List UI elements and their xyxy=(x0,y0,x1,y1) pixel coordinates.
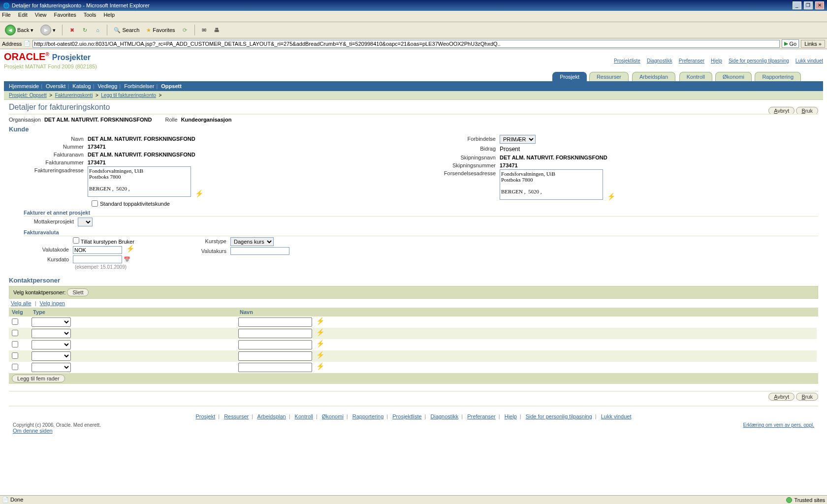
home-icon[interactable]: ⌂ xyxy=(93,25,102,35)
back-button[interactable]: ◄Back ▾ xyxy=(3,24,35,36)
fl-arbeidsplan[interactable]: Arbeidsplan xyxy=(257,413,286,419)
apply-button-bottom[interactable]: Bruk xyxy=(796,393,818,401)
maximize-button[interactable]: ❐ xyxy=(804,1,813,9)
fl-diagnostikk[interactable]: Diagnostikk xyxy=(431,413,459,419)
fl-okonomi[interactable]: Økonomi xyxy=(322,413,344,419)
row-checkbox[interactable] xyxy=(12,352,18,359)
bc-oppsett[interactable]: Prosjekt: Oppsett xyxy=(9,93,47,98)
dato-input[interactable] xyxy=(73,255,122,263)
address-input[interactable] xyxy=(32,40,780,48)
menu-view[interactable]: View xyxy=(35,12,47,18)
links-pane[interactable]: Links » xyxy=(801,40,825,48)
subnav-forbindelser[interactable]: Forbindelser xyxy=(124,83,154,89)
stop-icon[interactable]: ✖ xyxy=(67,25,77,35)
lov-icon[interactable] xyxy=(316,352,325,361)
row-navn-input[interactable] xyxy=(238,340,312,349)
menu-favorites[interactable]: Favorites xyxy=(54,12,76,18)
subnav: Hjemmeside| Oversikt| Katalog| Vedlegg| … xyxy=(4,81,823,91)
kurstype-select[interactable]: Dagens kurs xyxy=(230,237,274,246)
row-navn-input[interactable] xyxy=(238,363,312,372)
cancel-button-bottom[interactable]: Avbryt xyxy=(768,393,795,401)
search-button[interactable]: 🔍 Search xyxy=(112,26,141,34)
om-siden-link[interactable]: Om denne siden xyxy=(13,428,53,434)
subnav-oppsett[interactable]: Oppsett xyxy=(161,83,182,89)
tab-arbeidsplan[interactable]: Arbeidsplan xyxy=(632,72,675,81)
std-checkbox[interactable] xyxy=(92,200,98,207)
row-checkbox[interactable] xyxy=(12,364,18,370)
row-type-select[interactable] xyxy=(32,363,71,372)
link-personlig[interactable]: Side for personlig tilpasning xyxy=(729,58,789,63)
fl-rapportering[interactable]: Rapportering xyxy=(352,413,384,419)
refresh-icon[interactable]: ↻ xyxy=(80,25,90,35)
tab-prosjekt[interactable]: Prosjekt xyxy=(552,72,587,81)
row-type-select[interactable] xyxy=(32,351,71,361)
link-preferanser[interactable]: Preferanser xyxy=(679,58,704,63)
favorites-button[interactable]: ★ Favorites xyxy=(144,26,177,34)
subnav-oversikt[interactable]: Oversikt xyxy=(46,83,65,89)
subnav-katalog[interactable]: Katalog xyxy=(72,83,91,89)
calendar-icon[interactable]: 📅 xyxy=(124,256,130,262)
lov-icon[interactable] xyxy=(195,190,204,199)
lov-icon[interactable] xyxy=(316,363,325,372)
tillat-checkbox[interactable] xyxy=(73,237,79,244)
lov-icon[interactable] xyxy=(126,246,135,254)
row-checkbox[interactable] xyxy=(12,330,18,336)
row-navn-input[interactable] xyxy=(238,329,312,338)
mottaker-select[interactable] xyxy=(78,218,93,226)
lov-icon[interactable] xyxy=(607,193,616,202)
fl-lukk[interactable]: Lukk vinduet xyxy=(601,413,632,419)
row-navn-input[interactable] xyxy=(238,351,312,361)
forward-button[interactable]: ► ▾ xyxy=(38,24,58,36)
fl-preferanser[interactable]: Preferanser xyxy=(467,413,495,419)
lov-icon[interactable] xyxy=(316,329,325,338)
fl-ressurser[interactable]: Ressurser xyxy=(224,413,249,419)
menu-tools[interactable]: Tools xyxy=(84,12,96,18)
menu-edit[interactable]: Edit xyxy=(18,12,28,18)
valutakurs-input[interactable] xyxy=(230,247,289,255)
ie-addressbar: Address 📄 ▶ Go Links » xyxy=(0,38,827,49)
row-type-select[interactable] xyxy=(32,340,71,349)
row-type-select[interactable] xyxy=(32,317,71,327)
minimize-button[interactable]: _ xyxy=(793,1,801,9)
tab-okonomi[interactable]: Økonomi xyxy=(715,72,752,81)
kode-input[interactable] xyxy=(73,246,122,254)
close-button[interactable]: ✕ xyxy=(815,1,824,9)
link-hjelp[interactable]: Hjelp xyxy=(711,58,722,63)
forsadr-textarea[interactable] xyxy=(500,169,603,200)
fadresse-textarea[interactable] xyxy=(88,166,191,197)
row-checkbox[interactable] xyxy=(12,341,18,347)
bc-faktureringskonti[interactable]: Faktureringskonti xyxy=(55,93,93,98)
fl-personlig[interactable]: Side for personlig tilpasning xyxy=(526,413,592,419)
lov-icon[interactable] xyxy=(316,318,325,327)
link-prosjektliste[interactable]: Prosjektliste xyxy=(614,58,640,63)
row-type-select[interactable] xyxy=(32,329,71,338)
fl-prosjektliste[interactable]: Prosjektliste xyxy=(392,413,421,419)
lov-icon[interactable] xyxy=(316,341,325,349)
menu-help[interactable]: Help xyxy=(103,12,115,18)
link-lukk[interactable]: Lukk vinduet xyxy=(795,58,823,63)
tab-rapportering[interactable]: Rapportering xyxy=(755,72,801,81)
legg-til-button[interactable]: Legg til fem rader xyxy=(12,375,65,382)
fl-prosjekt[interactable]: Prosjekt xyxy=(195,413,215,419)
forbindelse-select[interactable]: PRIMÆR xyxy=(500,135,536,144)
erklaering-link[interactable]: Erklæring om vern av pers. oppl. xyxy=(743,422,814,428)
print-icon[interactable]: 🖶 xyxy=(212,25,222,35)
row-navn-input[interactable] xyxy=(238,317,312,327)
slett-button[interactable]: Slett xyxy=(67,288,89,296)
link-diagnostikk[interactable]: Diagnostikk xyxy=(647,58,672,63)
velg-alle-link[interactable]: Velg alle xyxy=(11,300,32,306)
go-button[interactable]: ▶ Go xyxy=(782,39,799,48)
subnav-vedlegg[interactable]: Vedlegg xyxy=(98,83,118,89)
history-icon[interactable]: ⟳ xyxy=(180,25,190,35)
tab-kontroll[interactable]: Kontroll xyxy=(679,72,712,81)
tab-ressurser[interactable]: Ressurser xyxy=(589,72,629,81)
mail-icon[interactable]: ✉ xyxy=(199,25,209,35)
row-checkbox[interactable] xyxy=(12,318,18,325)
bc-leggtil[interactable]: Legg til faktureringskonto xyxy=(101,93,156,98)
fl-kontroll[interactable]: Kontroll xyxy=(295,413,313,419)
velg-ingen-link[interactable]: Velg ingen xyxy=(40,300,65,306)
fl-hjelp[interactable]: Hjelp xyxy=(505,413,517,419)
th-velg: Velg xyxy=(9,308,29,316)
menu-file[interactable]: File xyxy=(2,12,11,18)
subnav-hjemmeside[interactable]: Hjemmeside xyxy=(9,83,39,89)
